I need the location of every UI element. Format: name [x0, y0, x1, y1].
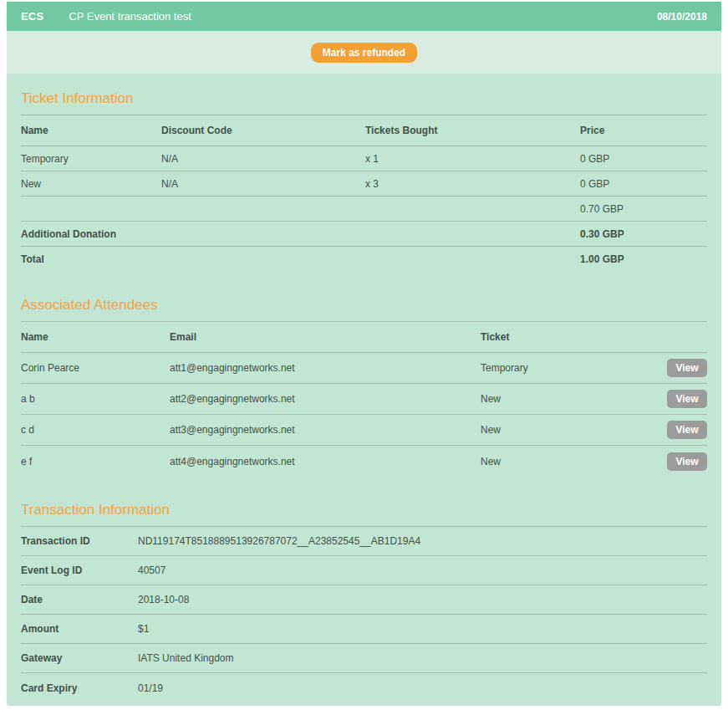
- table-row-additional-donation: Additional Donation 0.30 GBP: [21, 222, 707, 247]
- event-log-id-value: 40507: [138, 564, 707, 576]
- column-header-discount-code: Discount Code: [161, 125, 365, 136]
- attendee-email: att2@engagingnetworks.net: [170, 393, 481, 405]
- app-brand: ECS: [21, 10, 43, 23]
- attendee-row: c d att3@engagingnetworks.net New View: [21, 415, 707, 446]
- header-date: 08/10/2018: [657, 11, 707, 23]
- attendee-ticket: New: [481, 393, 665, 405]
- ticket-price: 0 GBP: [580, 153, 707, 165]
- view-attendee-button[interactable]: View: [667, 359, 707, 377]
- ticket-table-header: Name Discount Code Tickets Bought Price: [21, 115, 707, 146]
- column-header-email: Email: [170, 331, 481, 343]
- associated-attendees-heading: Associated Attendees: [21, 297, 707, 322]
- header-bar: ECS CP Event transaction test 08/10/2018: [7, 2, 721, 31]
- card-expiry-value: 01/19: [138, 682, 707, 694]
- transaction-row: Amount $1: [21, 615, 707, 644]
- date-label: Date: [21, 594, 138, 605]
- ticket-name: Total: [21, 253, 161, 265]
- attendee-name: a b: [21, 393, 170, 405]
- ticket-price: 0 GBP: [580, 178, 707, 190]
- attendee-name: c d: [21, 424, 170, 436]
- mark-as-refunded-button[interactable]: Mark as refunded: [311, 43, 417, 63]
- ticket-name: Additional Donation: [21, 228, 161, 240]
- transaction-row: Date 2018-10-08: [21, 585, 707, 615]
- attendees-table-header: Name Email Ticket: [21, 322, 707, 353]
- action-band: Mark as refunded: [7, 31, 721, 74]
- transaction-row: Transaction ID ND119174T8518889513926787…: [21, 527, 707, 556]
- view-attendee-button[interactable]: View: [667, 421, 707, 439]
- view-attendee-button[interactable]: View: [667, 452, 707, 471]
- column-header-tickets-bought: Tickets Bought: [365, 125, 580, 136]
- view-attendee-button[interactable]: View: [667, 390, 707, 408]
- attendee-name: e f: [21, 456, 170, 467]
- ticket-discount-code: N/A: [161, 178, 365, 190]
- attendee-ticket: Temporary: [481, 362, 665, 374]
- page: ECS CP Event transaction test 08/10/2018…: [0, 0, 728, 710]
- page-title: CP Event transaction test: [69, 10, 191, 23]
- ticket-discount-code: N/A: [161, 153, 365, 165]
- ticket-price: 1.00 GBP: [580, 253, 707, 265]
- amount-label: Amount: [21, 623, 138, 635]
- attendee-row: e f att4@engagingnetworks.net New View: [21, 446, 707, 477]
- attendee-ticket: New: [481, 424, 665, 436]
- ticket-name: New: [21, 178, 161, 190]
- amount-value: $1: [138, 623, 707, 635]
- transaction-row: Card Expiry 01/19: [21, 673, 707, 702]
- ticket-count: x 1: [365, 153, 580, 165]
- column-header-name: Name: [21, 125, 161, 136]
- column-header-price: Price: [580, 125, 707, 136]
- column-header-ticket: Ticket: [481, 331, 665, 343]
- ticket-name: Temporary: [21, 153, 161, 165]
- content-panel: Ticket Information Name Discount Code Ti…: [7, 74, 721, 706]
- transaction-row: Gateway IATS United Kingdom: [21, 644, 707, 673]
- gateway-label: Gateway: [21, 652, 138, 664]
- table-row: New N/A x 3 0 GBP: [21, 171, 707, 197]
- transaction-row: Event Log ID 40507: [21, 556, 707, 585]
- gateway-value: IATS United Kingdom: [138, 652, 707, 664]
- card-expiry-label: Card Expiry: [21, 682, 138, 694]
- event-log-id-label: Event Log ID: [21, 564, 138, 576]
- table-row: 0.70 GBP: [21, 197, 707, 222]
- ticket-count: x 3: [365, 178, 580, 190]
- date-value: 2018-10-08: [138, 594, 707, 605]
- transaction-information-heading: Transaction Information: [21, 502, 707, 527]
- ticket-information-heading: Ticket Information: [21, 90, 707, 115]
- ticket-price: 0.30 GBP: [580, 228, 707, 240]
- table-row: Temporary N/A x 1 0 GBP: [21, 146, 707, 171]
- attendee-email: att4@engagingnetworks.net: [170, 456, 481, 467]
- transaction-id-label: Transaction ID: [21, 535, 138, 547]
- attendee-email: att1@engagingnetworks.net: [170, 362, 481, 374]
- attendee-name: Corin Pearce: [21, 362, 170, 374]
- ticket-price: 0.70 GBP: [580, 203, 707, 215]
- transaction-id-value: ND119174T8518889513926787072__A23852545_…: [138, 535, 707, 547]
- column-header-name: Name: [21, 331, 170, 343]
- attendee-ticket: New: [481, 456, 665, 467]
- table-row-total: Total 1.00 GBP: [21, 247, 707, 272]
- attendee-email: att3@engagingnetworks.net: [170, 424, 481, 436]
- attendee-row: a b att2@engagingnetworks.net New View: [21, 384, 707, 415]
- attendee-row: Corin Pearce att1@engagingnetworks.net T…: [21, 353, 707, 384]
